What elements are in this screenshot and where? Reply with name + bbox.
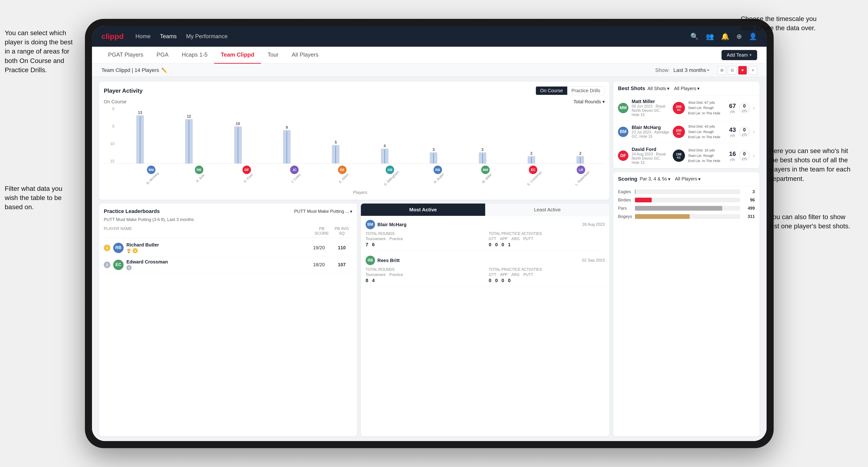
shots-filter-1-label: All Shots: [647, 86, 666, 91]
player-name-2: Edward Crossman: [126, 259, 307, 264]
bar-group-EC: 2: [507, 151, 556, 163]
ap-avatar-1: BM: [366, 220, 375, 229]
header-player-name: PLAYER NAME: [104, 226, 312, 236]
add-team-button[interactable]: Add Team +: [721, 50, 757, 60]
bottom-row: Practice Leaderboards PUTT Must Make Put…: [99, 204, 610, 436]
annotation-timescale: Choose the timescale you wish to see the…: [741, 14, 821, 33]
list-icon-btn[interactable]: ≡: [749, 66, 757, 74]
shot-stat-matt-zero: 0 yds: [739, 103, 750, 113]
shot-item-3[interactable]: DF David Ford 24 Aug 2023 · Royal North …: [613, 144, 760, 168]
rank-badge-2: 2: [104, 261, 111, 268]
gtt-1: 0: [489, 242, 491, 247]
rounds-values-2: 8 4: [366, 278, 482, 283]
chart-filter-select[interactable]: Total Rounds ▾: [574, 99, 605, 104]
player-detail-matt: 09 Jun 2023 · Royal North Devon GC, Hole…: [632, 104, 670, 117]
total-rounds-label-2: Total Rounds: [366, 268, 482, 272]
player-name-col-1: Richard Butler 🏆 1: [126, 242, 307, 253]
shot-stat-david-zero: 0 yds: [739, 151, 750, 161]
tab-pga[interactable]: PGA: [150, 47, 175, 64]
scoring-row-birdies: Birdies 96: [618, 198, 755, 203]
scoring-title: Scoring: [618, 176, 637, 182]
player-info-blair: Blair McHarg 23 Jul 2023 · Ashridge GC, …: [632, 125, 670, 139]
ap-date-1: 26 Aug 2023: [582, 222, 605, 227]
time-filter-select[interactable]: Last 3 months Last month Last 6 months L…: [673, 67, 710, 73]
main-content: Player Activity On Course Practice Drill…: [92, 77, 767, 441]
tab-team-clippd[interactable]: Team Clippd: [214, 47, 261, 64]
shots-filter-2[interactable]: All Players ▾: [674, 86, 700, 91]
chart-filter-chevron: ▾: [602, 99, 605, 104]
sub-nav: PGAT Players PGA Hcaps 1-5 Team Clippd T…: [92, 47, 767, 64]
shot-stat-blair-zero: 0 yds: [739, 127, 750, 137]
player-info-matt: Matt Miller 09 Jun 2023 · Royal North De…: [632, 99, 670, 117]
y-axis: 15 10 5 0: [104, 107, 115, 163]
practice-val-1: 6: [372, 242, 375, 247]
best-shots-card: Best Shots All Shots ▾ All Players ▾ MM: [613, 82, 760, 168]
nav-link-home[interactable]: Home: [135, 33, 151, 40]
eagles-bar-wrap: [635, 189, 740, 194]
drill-select[interactable]: PUTT Must Make Putting ... ▾: [294, 209, 352, 214]
nav-bar: clippd Home Teams My Performance 🔍 👥 🔔 ⊕…: [92, 26, 767, 47]
eagles-count: 3: [743, 189, 755, 194]
tab-all-players[interactable]: All Players: [285, 47, 325, 64]
nav-link-myperformance[interactable]: My Performance: [186, 33, 228, 40]
x-label-EC: ECE. Crossman: [509, 164, 557, 181]
pb-score-2: 18/20: [309, 262, 328, 268]
shot-info-david: Shot Dist: 16 ydsStart Lie: RoughEnd Lie…: [688, 148, 726, 164]
practice-values-2: 0 0 0 0: [489, 278, 605, 283]
practice-leaderboards-card: Practice Leaderboards PUTT Must Make Put…: [99, 204, 357, 436]
practice-title: Practice Leaderboards: [104, 208, 160, 214]
shot-item-2[interactable]: BM Blair McHarg 23 Jul 2023 · Ashridge G…: [613, 121, 760, 144]
grid2-icon-btn[interactable]: ⊟: [728, 66, 736, 74]
chart-filter-label: Total Rounds: [574, 99, 601, 104]
player-info-david: David Ford 24 Aug 2023 · Royal North Dev…: [632, 147, 670, 165]
toggle-on-course[interactable]: On Course: [536, 87, 567, 95]
tab-pgat-players[interactable]: PGAT Players: [101, 47, 150, 64]
chevron-right-david: ›: [753, 152, 755, 159]
grid-icon-btn[interactable]: ⊞: [717, 66, 726, 74]
practice-act-label-2: Total Practice Activities: [489, 268, 605, 272]
chart-area: On Course Total Rounds ▾ 15 10: [104, 99, 605, 195]
birdies-label: Birdies: [618, 198, 632, 203]
bell-icon[interactable]: 🔔: [721, 33, 729, 40]
annotation-player-select: You can select which player is doing the…: [5, 28, 75, 74]
player-detail-blair: 23 Jul 2023 · Ashridge GC, Hole 15: [632, 130, 670, 139]
shot-item-1[interactable]: MM Matt Miller 09 Jun 2023 · Royal North…: [613, 96, 760, 121]
putt-2: 0: [508, 278, 510, 283]
scoring-filter-2[interactable]: All Players ▾: [675, 176, 701, 182]
tab-most-active[interactable]: Most Active: [361, 204, 485, 216]
avatar-icon[interactable]: 👤: [749, 33, 757, 40]
shot-badge-matt: 200 SG: [673, 102, 685, 114]
ap-name-2: Rees Britt: [377, 258, 400, 263]
tab-tour[interactable]: Tour: [261, 47, 285, 64]
pars-bar: [635, 206, 722, 211]
player-activity-title: Player Activity: [104, 88, 143, 94]
add-circle-icon[interactable]: ⊕: [736, 33, 742, 40]
chart-x-axis: BMB. McHargRBR. BrittDFD. FordJCJ. Coles…: [104, 163, 605, 181]
scoring-filter-1-label: Par 3, 4 & 5s: [640, 176, 667, 182]
scoring-row-pars: Pars 499: [618, 206, 755, 211]
bar-group-LR: 2: [556, 151, 605, 163]
search-icon[interactable]: 🔍: [690, 33, 699, 40]
nav-logo: clippd: [101, 32, 124, 41]
bar-group-DF: 10: [214, 122, 262, 163]
player-avatar-2: EC: [113, 260, 124, 270]
toggle-practice-drills[interactable]: Practice Drills: [567, 87, 604, 95]
scoring-filter-1[interactable]: Par 3, 4 & 5s ▾: [640, 176, 670, 182]
tab-least-active[interactable]: Least Active: [485, 204, 610, 216]
users-icon[interactable]: 👥: [706, 33, 714, 40]
player-avatar-david: DF: [618, 151, 628, 161]
shots-filter-1[interactable]: All Shots ▾: [647, 86, 670, 91]
player-name-matt: Matt Miller: [632, 99, 670, 104]
drill-chevron-icon: ▾: [350, 209, 352, 214]
practice-row-2: 2 EC Edward Crossman 2 18/20 107: [104, 256, 352, 273]
bar-group-RB: 12: [164, 115, 213, 163]
scoring-filter-2-label: All Players: [675, 176, 697, 182]
tab-hcaps[interactable]: Hcaps 1-5: [175, 47, 214, 64]
heart-icon-btn[interactable]: ♥: [738, 66, 747, 74]
bar-group-JC: 9: [262, 125, 311, 163]
ap-avatar-2: RB: [366, 256, 375, 265]
right-panel: Best Shots All Shots ▾ All Players ▾ MM: [613, 82, 760, 436]
nav-link-teams[interactable]: Teams: [160, 33, 177, 40]
edit-team-icon[interactable]: ✏️: [161, 67, 167, 73]
trophy-icon: 🏆: [126, 249, 131, 253]
